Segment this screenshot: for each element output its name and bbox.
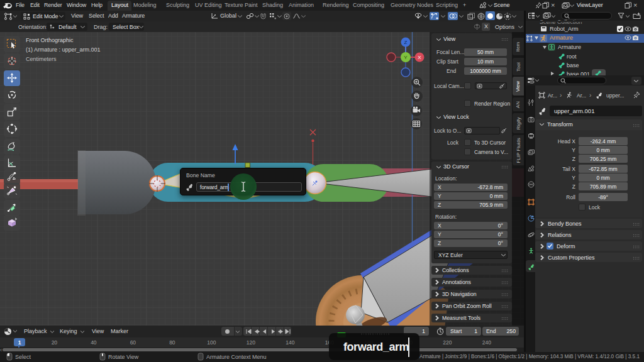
svg-text:X: X (418, 55, 421, 60)
svg-text:Z: Z (404, 40, 408, 45)
svg-text:Y: Y (404, 55, 408, 60)
